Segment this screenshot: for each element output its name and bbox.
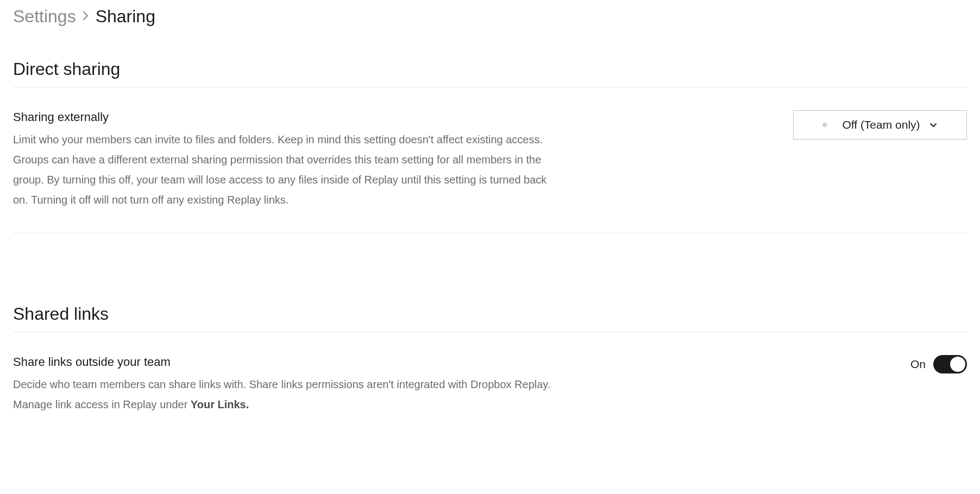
- setting-control: Off (Team only): [793, 110, 967, 140]
- toggle-label: On: [910, 358, 926, 371]
- setting-row-sharing-externally: Sharing externally Limit who your member…: [13, 110, 967, 233]
- setting-description-bold: Your Links.: [191, 398, 249, 410]
- setting-label: Sharing externally: [13, 110, 562, 124]
- section-title-direct-sharing: Direct sharing: [13, 59, 967, 87]
- chevron-down-icon: [929, 121, 938, 129]
- dropdown-value: Off (Team only): [842, 118, 920, 131]
- setting-text: Sharing externally Limit who your member…: [13, 110, 562, 210]
- setting-description: Decide who team members can share links …: [13, 375, 562, 415]
- chevron-right-icon: [83, 10, 89, 24]
- setting-control: On: [910, 355, 967, 373]
- setting-text: Share links outside your team Decide who…: [13, 355, 562, 415]
- setting-description-text: Decide who team members can share links …: [13, 378, 550, 410]
- breadcrumb-current: Sharing: [96, 7, 155, 27]
- section-title-shared-links: Shared links: [13, 304, 967, 332]
- breadcrumb-parent-link[interactable]: Settings: [13, 7, 76, 27]
- toggle-wrap: On: [910, 355, 967, 373]
- setting-description: Limit who your members can invite to fil…: [13, 130, 562, 210]
- setting-row-share-links-outside: Share links outside your team Decide who…: [13, 355, 967, 438]
- toggle-knob: [950, 357, 965, 372]
- setting-label: Share links outside your team: [13, 355, 562, 369]
- breadcrumb: Settings Sharing: [13, 7, 967, 27]
- status-dot-icon: [822, 123, 827, 127]
- sharing-externally-dropdown[interactable]: Off (Team only): [793, 110, 967, 140]
- share-links-toggle[interactable]: [933, 355, 967, 373]
